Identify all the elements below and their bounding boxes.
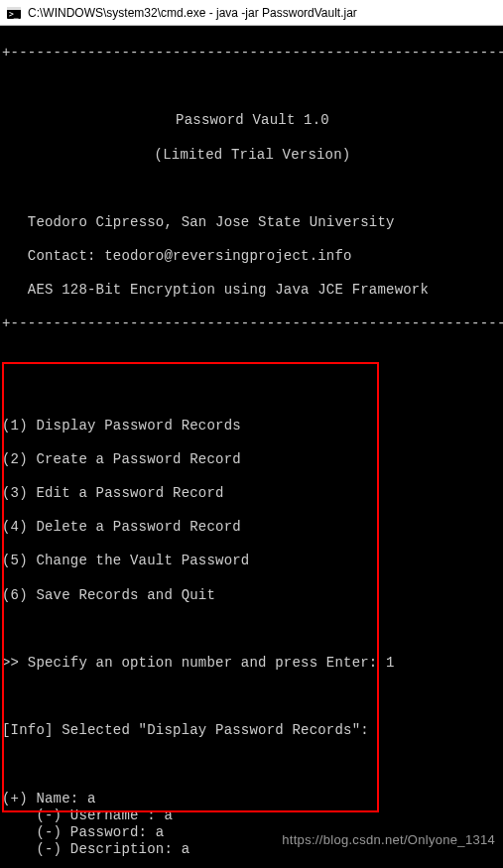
banner-subtitle: (Limited Trial Version) (2, 147, 503, 164)
blank (2, 858, 503, 868)
blank (2, 621, 503, 638)
blank (2, 384, 503, 401)
banner-rule-bottom: +---------------------------------------… (2, 315, 503, 332)
banner-author: Teodoro Cipresso, San Jose State Univers… (2, 214, 503, 231)
prompt-input-value: 1 (386, 655, 395, 671)
window-titlebar[interactable]: >_ C:\WINDOWS\system32\cmd.exe - java -j… (0, 0, 503, 26)
menu-item: (1) Display Password Records (2, 418, 503, 434)
blank (2, 756, 503, 773)
blank (2, 181, 503, 197)
cmd-icon: >_ (6, 5, 22, 21)
menu-item: (5) Change the Vault Password (2, 553, 503, 569)
blank (2, 78, 503, 95)
info-line: [Info] Selected "Display Password Record… (2, 722, 503, 739)
banner-rule-top: +---------------------------------------… (2, 45, 503, 62)
banner-contact: Contact: teodoro@reversingproject.info (2, 248, 503, 265)
menu-item: (6) Save Records and Quit (2, 587, 503, 604)
menu-item: (3) Edit a Password Record (2, 485, 503, 502)
terminal-output[interactable]: +---------------------------------------… (0, 26, 503, 868)
watermark-text: https://blog.csdn.net/Onlyone_1314 (282, 832, 495, 848)
blank (2, 688, 503, 705)
window-title: C:\WINDOWS\system32\cmd.exe - java -jar … (28, 6, 357, 20)
banner-crypto: AES 128-Bit Encryption using Java JCE Fr… (2, 282, 503, 299)
menu-item: (2) Create a Password Record (2, 451, 503, 468)
blank (2, 349, 503, 366)
prompt-line[interactable]: >> Specify an option number and press En… (2, 655, 503, 672)
menu-item: (4) Delete a Password Record (2, 519, 503, 536)
record-name: (+) Name: a (2, 791, 503, 807)
svg-text:>_: >_ (9, 10, 19, 19)
banner-title: Password Vault 1.0 (2, 112, 503, 129)
record-username: (-) Username : a (2, 807, 503, 824)
